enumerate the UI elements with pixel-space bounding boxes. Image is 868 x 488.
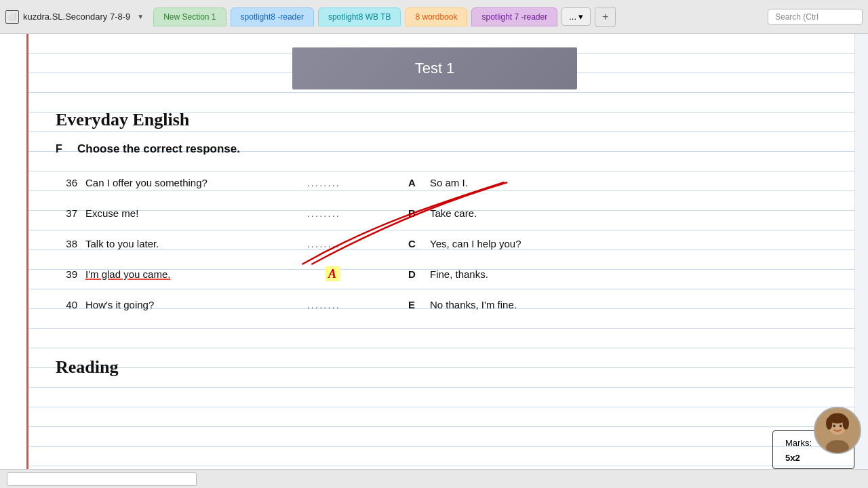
answer-a-written: A [326, 266, 340, 281]
q-text-39: I'm glad you came. [85, 268, 170, 280]
q-dots-36: ........ [307, 177, 340, 188]
main-area: Test 1 Everyday English F Choose the cor… [0, 34, 868, 469]
section-heading: Everyday English [56, 110, 814, 130]
matching-section: 36 Can I offer you something? ........ 3… [56, 171, 814, 323]
questions-column: 36 Can I offer you something? ........ 3… [56, 171, 354, 323]
svg-point-7 [840, 425, 842, 428]
question-row-39: 39 I'm glad you came. A [56, 262, 354, 286]
q-text-38: Talk to you later. [85, 238, 159, 249]
top-bar: ⬜ kuzdra.SL.Secondary 7-8-9 ▼ New Sectio… [0, 0, 868, 34]
question-row-36: 36 Can I offer you something? ........ [56, 171, 354, 195]
content-area: Test 1 Everyday English F Choose the cor… [28, 34, 854, 469]
question-row-37: 37 Excuse me! ........ [56, 201, 354, 225]
q-num-38: 38 [56, 238, 77, 249]
answer-row-a: A So am I. [408, 171, 814, 195]
a-letter-b: B [408, 207, 422, 219]
q-dots-38: ........ [307, 238, 340, 249]
answer-row-c: C Yes, can I help you? [408, 232, 814, 256]
q-text-40: How's it going? [85, 299, 154, 310]
q-dots-37: ........ [307, 207, 340, 219]
svg-point-5 [843, 417, 849, 430]
instruction-text: Choose the correct response. [77, 142, 240, 156]
dropdown-arrow-icon[interactable]: ▼ [137, 13, 144, 20]
a-letter-d: D [408, 268, 422, 280]
answers-column: A So am I. B Take care. C Yes, can I hel… [354, 171, 814, 323]
marks-label: Marks: [785, 438, 812, 448]
right-sidebar [854, 34, 868, 469]
answer-row-b: B Take care. [408, 201, 814, 225]
q-num-39: 39 [56, 268, 77, 280]
avatar-image [815, 407, 860, 454]
tab-spotlight8-wb-tb[interactable]: spotlight8 WB TB [318, 7, 401, 26]
q-dots-40: ........ [307, 299, 340, 310]
tab-spotlight7-reader[interactable]: spotlight 7 -reader [471, 7, 557, 26]
a-text-e: No thanks, I'm fine. [430, 299, 517, 310]
reading-section: Reading [56, 357, 814, 378]
app-icon: ⬜ [5, 10, 19, 24]
svg-point-6 [833, 425, 835, 428]
test-title: Test 1 [415, 60, 455, 77]
svg-point-4 [826, 417, 832, 430]
question-row-40: 40 How's it going? ........ [56, 293, 354, 317]
a-letter-e: E [408, 299, 422, 310]
a-letter-c: C [408, 238, 422, 249]
tab-add-button[interactable]: + [595, 7, 616, 27]
q-num-37: 37 [56, 207, 77, 219]
answer-row-d: D Fine, thanks. [408, 262, 814, 286]
search-box[interactable]: Search (Ctrl [768, 9, 863, 25]
app-title: kuzdra.SL.Secondary 7-8-9 [23, 12, 130, 22]
bottom-bar [0, 469, 868, 488]
instruction-letter: F [56, 143, 69, 155]
a-text-c: Yes, can I help you? [430, 238, 521, 249]
avatar [814, 407, 861, 454]
a-text-d: Fine, thanks. [430, 268, 488, 280]
tab-8-wordbook[interactable]: 8 wordbook [405, 7, 467, 26]
bottom-input[interactable] [7, 472, 197, 486]
left-sidebar [0, 34, 28, 469]
chevron-down-icon: ▾ [578, 12, 583, 22]
a-text-b: Take care. [430, 207, 477, 219]
q-num-40: 40 [56, 299, 77, 310]
a-text-a: So am I. [430, 177, 468, 188]
q-num-36: 36 [56, 177, 77, 188]
q-text-36: Can I offer you something? [85, 177, 208, 188]
tab-spotlight8-reader[interactable]: spotlight8 -reader [231, 7, 314, 26]
a-letter-a: A [408, 177, 422, 188]
q-text-37: Excuse me! [85, 207, 138, 219]
tab-more-button[interactable]: ... ▾ [561, 7, 591, 26]
tab-new-section[interactable]: New Section 1 [153, 7, 226, 26]
answer-row-e: E No thanks, I'm fine. [408, 293, 814, 317]
instruction-row: F Choose the correct response. [56, 142, 814, 156]
marks-multiplier: 5x2 [785, 453, 800, 463]
reading-heading: Reading [56, 357, 814, 378]
q-dots-39: A [326, 267, 340, 281]
test-header: Test 1 [292, 47, 577, 89]
question-row-38: 38 Talk to you later. ........ [56, 232, 354, 256]
